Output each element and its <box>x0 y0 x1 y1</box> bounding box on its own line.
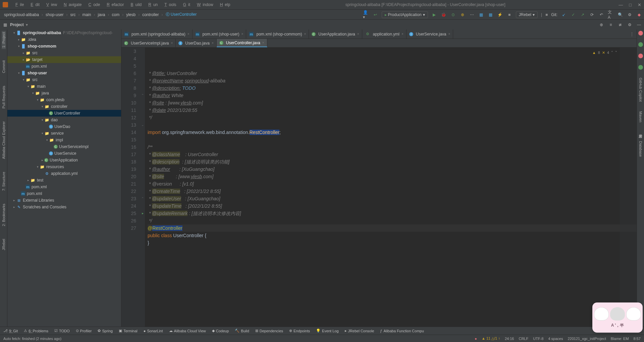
tree-external-libraries[interactable]: ▸⊞External Libraries <box>7 197 121 204</box>
status-4spaces[interactable]: 4 spaces <box>548 337 563 341</box>
status-crlf[interactable]: CRLF <box>519 337 528 341</box>
status-utf8[interactable]: UTF-8 <box>533 337 543 341</box>
services-button[interactable]: ▦ <box>478 12 484 18</box>
tree-pom-xml[interactable]: mpom.xml <box>7 63 121 70</box>
righttool-database[interactable]: Database <box>639 140 643 158</box>
back-icon[interactable]: ↩ <box>372 12 378 18</box>
tabs-more-icon[interactable]: ⋮ <box>627 29 637 39</box>
bottomtool-spring[interactable]: ✿Spring <box>98 329 113 333</box>
down-icon[interactable]: ˅ <box>615 49 617 56</box>
righttool-[interactable]: 另发布 <box>638 130 643 133</box>
lefttool-pullrequests[interactable]: Pull Requests <box>2 84 6 110</box>
translate-icon[interactable]: 文A <box>608 12 614 18</box>
tab-close-icon[interactable]: × <box>304 32 306 36</box>
tab-close-icon[interactable]: × <box>171 41 173 45</box>
fold-column[interactable]: ⌃⌄⌃▸ <box>140 48 145 331</box>
tree-pom-xml[interactable]: mpom.xml <box>7 190 121 197</box>
stop-button[interactable]: ■ <box>506 12 513 18</box>
bottomtool-eventlog[interactable]: 💡Event Log <box>316 329 339 333</box>
code-line-24[interactable]: @RestController <box>148 224 637 232</box>
mascot-widget[interactable]: A '，半 <box>592 302 643 333</box>
lefttool-structure[interactable]: 7: Structure <box>2 170 6 192</box>
tree-userdao[interactable]: IUserDao <box>7 123 121 130</box>
crumb-springcloud-alibaba[interactable]: springcloud-alibaba <box>2 12 41 18</box>
lefttool-project[interactable]: 1: Project <box>2 31 6 49</box>
tree-userserviceimpl[interactable]: CUserServiceImpl <box>7 143 121 150</box>
code-editor[interactable]: 3456789101112131415161718192021222324252… <box>121 48 637 331</box>
tree-src[interactable]: ▾📁src <box>7 76 121 83</box>
tree-main[interactable]: ▾📁main <box>7 83 121 90</box>
code-line-21[interactable]: * @updateTime : [2022/1/22 8:55] <box>148 202 637 210</box>
run-config-selector[interactable]: ▸ProductApplication▾ <box>382 11 428 18</box>
code-line-26[interactable]: } <box>148 239 637 247</box>
bottomtool-codeup[interactable]: ◆Codeup <box>212 329 229 333</box>
crumb-main[interactable]: main <box>80 12 93 18</box>
tree-application-yml[interactable]: ⚙application.yml <box>7 170 121 177</box>
menu-tools[interactable]: Tools <box>160 2 178 8</box>
maximize-icon[interactable]: □ <box>629 2 632 7</box>
code-line-16[interactable]: * @author : [XuGuangchao] <box>148 165 637 173</box>
hide-icon[interactable]: — <box>636 22 642 28</box>
tab-close-icon[interactable]: × <box>448 32 450 36</box>
crumb-src[interactable]: src <box>68 12 77 18</box>
profile-button[interactable]: ⊕ <box>460 12 466 18</box>
code-line-14[interactable]: * @className : UserController <box>148 151 637 158</box>
bottomtool-6problems[interactable]: ⚠6: Problems <box>24 329 48 333</box>
git-update-icon[interactable]: ↙ <box>561 12 567 18</box>
tree-java[interactable]: ▾📁java <box>7 90 121 96</box>
tree-shop-user[interactable]: ▾▉shop-user <box>7 70 121 76</box>
lefttool-jrebel[interactable]: JRebel <box>2 237 6 252</box>
tab-userserviceimpl-java[interactable]: CUserServiceImpl.java× <box>121 39 176 47</box>
tab-close-icon[interactable]: × <box>401 32 404 36</box>
code-line-13[interactable]: /** <box>148 143 637 151</box>
code-line-17[interactable]: * @site : [www.ylesb.com] <box>148 173 637 180</box>
plugin-icon[interactable]: ◆ <box>636 12 642 18</box>
bottomtool-endpoints[interactable]: ⊕Endpoints <box>289 329 310 333</box>
tree-scratches-and-consoles[interactable]: ▸✎Scratches and Consoles <box>7 204 121 210</box>
tree-com-ylesb[interactable]: ▾📁com.ylesb <box>7 96 121 103</box>
close-icon[interactable]: ✕ <box>638 2 641 7</box>
menu-refactor[interactable]: Refactor <box>103 2 126 8</box>
flash-button[interactable]: ⚡ <box>497 12 503 18</box>
git-push-icon[interactable]: ↗ <box>580 12 586 18</box>
user-icon[interactable]: 👤▾ <box>363 12 369 18</box>
project-tool-icon[interactable]: ▦ <box>2 22 8 28</box>
trace-button[interactable]: ⋯ <box>469 12 475 18</box>
status-blameem[interactable]: Blame: EM <box>611 337 629 341</box>
tree-userservice[interactable]: IUserService <box>7 150 121 157</box>
search-icon[interactable]: 🔍 <box>617 12 623 18</box>
coverage-button[interactable]: ⊙ <box>450 12 456 18</box>
tab-close-icon[interactable]: × <box>262 41 264 45</box>
tree-usercontroller[interactable]: CUserController <box>7 110 121 117</box>
tree-target[interactable]: ▸📂target <box>7 56 121 63</box>
code-line-22[interactable]: * @updateRemark : [描述说明本次修改内容] <box>148 210 637 217</box>
tree-resources[interactable]: ▾📁resources <box>7 163 121 170</box>
code-line-5[interactable]: * @description: TODO <box>148 84 637 92</box>
tree-pom-xml[interactable]: mpom.xml <box>7 184 121 190</box>
menu-git[interactable]: Git <box>179 2 192 8</box>
settings-icon[interactable]: ⚙ <box>627 12 633 18</box>
status-dot[interactable] <box>638 42 643 47</box>
stop2-button[interactable]: ■ <box>545 12 548 17</box>
code-line-12[interactable] <box>148 136 637 143</box>
code-line-18[interactable]: * @version : [v1.0] <box>148 180 637 188</box>
tab-userapplication-java[interactable]: CUserApplication.java× <box>309 29 362 39</box>
tree-springcloud-alibaba[interactable]: ▾▉springcloud-alibabaF:\IDEAProject\spri… <box>7 29 121 36</box>
tab-close-icon[interactable]: × <box>212 41 214 45</box>
project-dropdown-icon[interactable]: ▾ <box>26 22 28 27</box>
code-line-9[interactable]: */ <box>148 114 637 121</box>
tab-pom-xml--springcloud-alibaba-[interactable]: mpom.xml (springcloud-alibaba)× <box>121 29 193 39</box>
status-indicator-icon[interactable]: ● <box>475 337 477 341</box>
lefttool-commit[interactable]: Commit <box>2 59 6 74</box>
tab-application-yml[interactable]: ⚙application.yml× <box>362 29 407 39</box>
tab-close-icon[interactable]: × <box>187 32 190 36</box>
code-line-11[interactable]: import org.springframework.web.bind.anno… <box>148 129 637 136</box>
code-line-19[interactable]: * @createTime : [2022/1/22 8:55] <box>148 188 637 195</box>
tab-pom-xml--shop-user-[interactable]: mpom.xml (shop-user)× <box>193 29 247 39</box>
tab-usercontroller-java[interactable]: CUserController.java× <box>217 39 267 47</box>
tree-dao[interactable]: ▾📁dao <box>7 117 121 123</box>
menu-edit[interactable]: Edit <box>26 2 42 8</box>
bottomtool-9git[interactable]: ⎇9: Git <box>3 329 18 333</box>
jrebel-selector[interactable]: JRebel ▾ <box>516 11 538 18</box>
crumb-com[interactable]: com <box>110 12 121 18</box>
